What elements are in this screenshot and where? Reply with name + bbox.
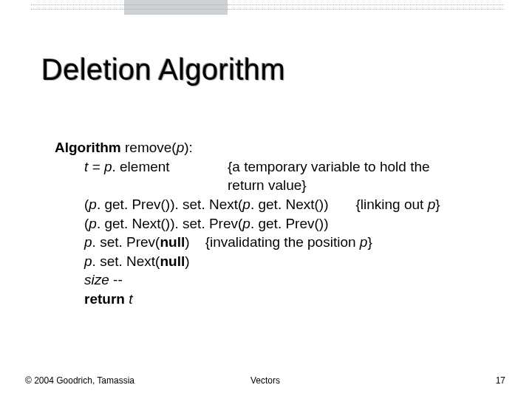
var-size: size xyxy=(84,272,109,287)
comment: {a temporary variable to hold the xyxy=(228,159,430,174)
var-p: p xyxy=(242,197,250,212)
param-p: p xyxy=(177,140,185,155)
footer-center-label: Vectors xyxy=(250,375,280,386)
var-t: t xyxy=(129,291,132,307)
header-decoration xyxy=(0,0,532,24)
text: ): xyxy=(184,140,193,155)
algo-line: return t xyxy=(55,290,497,309)
algo-line: (p. get. Prev()). set. Next(p. get. Next… xyxy=(55,195,497,214)
text: -- xyxy=(109,272,123,287)
comment: } xyxy=(435,197,440,212)
keyword-algorithm: Algorithm xyxy=(55,140,121,155)
text: . get. Next()) xyxy=(250,197,329,212)
comment: {linking out xyxy=(355,197,427,212)
decoration-box xyxy=(124,0,228,15)
var-p: p xyxy=(84,253,92,269)
algo-line: (p. get. Next()). set. Prev(p. get. Prev… xyxy=(55,214,497,233)
algo-line: p. set. Next(null) xyxy=(55,252,497,271)
text: remove( xyxy=(121,140,177,155)
decoration-line xyxy=(31,9,504,10)
var-p: p xyxy=(84,234,92,250)
slide-content: Deletion Algorithm Algorithm remove(p): … xyxy=(41,53,497,309)
keyword-null: null xyxy=(160,253,185,269)
text: . get. Prev()) xyxy=(250,216,329,231)
algo-header: Algorithm remove(p): xyxy=(55,138,497,157)
algo-line: p. set. Prev(null) {invalidating the pos… xyxy=(55,233,497,252)
text: . set. Next( xyxy=(92,253,160,269)
comment: } xyxy=(367,234,372,250)
text: . get. Prev()). set. Next( xyxy=(97,197,242,212)
algo-line: t = p. element {a temporary variable to … xyxy=(55,157,497,195)
keyword-return: return xyxy=(84,291,129,307)
var-p: p xyxy=(89,197,97,212)
var-p: p xyxy=(89,216,97,231)
text: . element xyxy=(112,159,170,174)
algorithm-block: Algorithm remove(p): t = p. element {a t… xyxy=(55,138,497,309)
comment: {invalidating the position xyxy=(205,234,360,250)
var-p: p xyxy=(242,216,250,231)
keyword-null: null xyxy=(160,234,185,250)
text: ) xyxy=(185,253,189,269)
var-assign: t = p xyxy=(84,159,112,174)
text: ) xyxy=(185,234,189,250)
copyright-text: © 2004 Goodrich, Tamassia xyxy=(25,375,134,386)
text: . set. Prev( xyxy=(92,234,160,250)
var-p: p xyxy=(428,197,436,212)
slide-footer: © 2004 Goodrich, Tamassia Vectors 17 xyxy=(25,375,505,386)
var-p: p xyxy=(360,234,368,250)
slide-title: Deletion Algorithm xyxy=(41,53,497,86)
comment: return value} xyxy=(228,177,307,193)
decoration-line xyxy=(31,4,504,5)
page-number: 17 xyxy=(496,375,505,386)
algo-line: size -- xyxy=(55,270,497,290)
text: . get. Next()). set. Prev( xyxy=(97,216,242,231)
